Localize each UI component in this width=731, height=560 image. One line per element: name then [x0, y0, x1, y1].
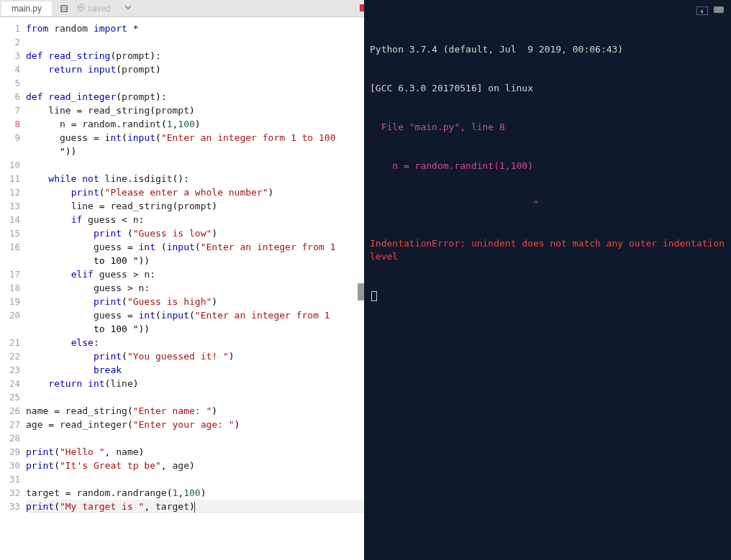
cursor-icon	[371, 291, 377, 301]
terminal-prompt[interactable]	[370, 289, 725, 302]
editor-panel: main.py saved 123456789 10111213141516 1…	[0, 0, 364, 560]
line-gutter: 123456789 10111213141516 17181920 212223…	[0, 17, 26, 560]
code-editor[interactable]: 123456789 10111213141516 17181920 212223…	[0, 17, 364, 560]
saved-status: saved	[76, 3, 111, 14]
svg-rect-1	[62, 6, 66, 7]
code-lines[interactable]: from random import * def read_string(pro…	[26, 17, 364, 560]
terminal-line: File "main.py", line 8	[370, 121, 725, 134]
svg-rect-2	[62, 8, 66, 9]
terminal-line: [GCC 6.3.0 20170516] on linux	[370, 82, 725, 95]
svg-rect-5	[714, 6, 724, 13]
terminal-panel[interactable]: Python 3.7.4 (default, Jul 9 2019, 00:06…	[364, 0, 731, 560]
clear-icon[interactable]	[714, 6, 724, 19]
terminal-line: ^	[370, 198, 725, 211]
expand-icon[interactable]	[696, 6, 708, 19]
history-icon	[76, 3, 86, 14]
file-tab[interactable]: main.py	[1, 1, 52, 16]
editor-header: main.py saved	[0, 0, 364, 17]
chevron-down-icon[interactable]	[124, 3, 132, 14]
scrollbar-thumb[interactable]	[358, 283, 364, 300]
terminal-line: Python 3.7.4 (default, Jul 9 2019, 00:06…	[370, 43, 725, 56]
terminal-line: n = random.randint(1,100)	[370, 160, 725, 173]
files-icon[interactable]	[58, 2, 71, 15]
terminal-error: IndentationError: unindent does not matc…	[370, 237, 725, 263]
svg-rect-3	[62, 9, 66, 10]
